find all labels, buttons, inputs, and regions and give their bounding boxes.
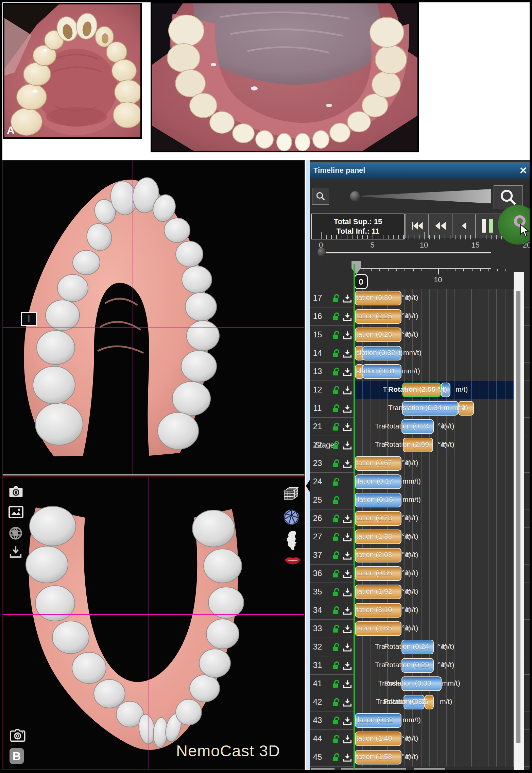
step-back-button[interactable] [452,214,476,238]
download-stage-button[interactable] [343,735,352,745]
skip-start-button[interactable] [405,214,429,238]
download-stage-button[interactable] [343,404,352,415]
download-stage-button[interactable] [343,661,352,672]
unlock-button[interactable] [332,606,342,617]
download-icon[interactable] [9,545,22,558]
download-stage-button[interactable] [343,753,352,763]
unlock-button[interactable] [332,642,342,653]
unlock-button[interactable] [332,624,342,635]
stage-row-34[interactable]: 34 tation (3.10°/t)m/t) [306,601,532,620]
stage-row-25[interactable]: 25 lation (0.16mm/t) [306,491,532,509]
unlock-button[interactable] [332,569,342,580]
unlock-button[interactable] [332,459,342,470]
close-icon[interactable]: ✕ [519,165,527,176]
download-stage-button[interactable] [343,368,352,378]
current-stage-chip[interactable]: 0 [354,274,368,289]
position-slider-track[interactable] [324,252,491,253]
download-stage-button[interactable] [343,515,352,525]
stage-row-24[interactable]: 24 lation (0.17mm/t) [306,473,532,491]
unlock-button[interactable] [332,495,342,506]
unlock-button[interactable] [332,514,342,525]
voxel-grid-icon[interactable] [281,486,301,503]
unlock-button[interactable] [332,367,342,378]
download-stage-button[interactable] [343,551,352,561]
unlock-button[interactable] [332,477,342,488]
stage-row-31[interactable]: 31 TraRotation (0.29°/t)m/t) [306,656,532,675]
rewind-button[interactable] [429,214,452,238]
download-stage-button[interactable] [343,606,352,617]
unlock-button[interactable] [332,293,342,304]
timeline-titlebar[interactable]: Timeline panel ✕ [310,163,532,179]
zoom-out-button[interactable] [312,188,329,205]
unlock-button[interactable] [332,330,342,341]
position-slider-knob[interactable] [318,248,326,258]
face-profile-icon[interactable] [285,530,301,551]
download-stage-button[interactable] [343,313,352,323]
download-stage-button[interactable] [343,441,352,451]
globe-icon[interactable] [9,526,22,540]
stage-row-32[interactable]: 32 TraRotation (0.24°/t)m/t) [306,638,532,656]
unlock-button[interactable] [332,587,342,598]
stage-row-35[interactable]: 35 tation (1.92°/t)m/t) [306,583,532,601]
unlock-button[interactable] [332,753,342,763]
unlock-button[interactable] [332,349,342,359]
unlock-button[interactable] [332,734,342,745]
stage-row-14[interactable]: 14 slation (0.32t)mm/t) [306,344,532,363]
stage-row-13[interactable]: 13 slation (0.31mm/t) [306,363,532,381]
speed-knob[interactable] [350,191,360,201]
download-stage-button[interactable] [343,423,352,433]
unlock-button[interactable] [332,312,342,323]
unlock-button[interactable] [332,385,342,396]
viewport-3d-lower[interactable]: B NemoCast 3D [2,475,305,770]
unlock-button[interactable] [332,440,342,451]
stage-row-33[interactable]: 33 tation (1.65°/t)m/t) [306,620,532,638]
download-stage-button[interactable] [343,533,352,543]
lips-icon[interactable] [284,555,302,566]
stage-row-37[interactable]: 37 tation (2.03°/t)m/t) [306,546,532,565]
stage-row-41[interactable]: 41 TransRotaslation (0.33mm/t) [306,675,532,693]
stage-row-16[interactable]: 16 tation (2.25°/t)m/t) [306,307,532,326]
download-stage-button[interactable] [343,717,352,727]
download-stage-button[interactable] [343,349,352,359]
pause-button[interactable] [476,214,499,238]
stage-row-36[interactable]: 36 tation (0.36°/t)m/t) [306,565,532,583]
viewport-3d-upper[interactable]: | [2,160,305,475]
stage-row-22[interactable]: 22 TraRotation (2.99°/t)m/t) [306,436,532,454]
download-stage-button[interactable] [343,459,352,470]
stage-row-44[interactable]: 44 tation (1.40°/t)m/t) [306,730,532,748]
tool-marker-box[interactable]: | [21,312,37,326]
scrollbar-thumb[interactable] [516,291,520,743]
unlock-button[interactable] [332,698,342,708]
stage-row-15[interactable]: 15 tation (0.26°/t)m/t) [306,326,532,344]
stage-row-42[interactable]: 42 TranRotation (0.26slation (0.32m/t) [306,693,532,711]
download-stage-button[interactable] [343,570,352,580]
stage-row-26[interactable]: 26 tation (0.73°/t)m/t) [306,509,532,528]
unlock-button[interactable] [332,551,342,561]
unlock-button[interactable] [332,661,342,672]
stage-row-17[interactable]: 17 tation (0.80°/t)m/t) [306,289,532,307]
download-stage-button[interactable] [343,680,352,690]
download-stage-button[interactable] [343,643,352,653]
unlock-button[interactable] [332,716,342,727]
download-stage-button[interactable] [343,331,352,341]
panel-edge-strip[interactable] [306,160,310,771]
camera-outline-icon[interactable] [10,728,26,743]
unlock-button[interactable] [332,532,342,543]
stage-row-21[interactable]: 21 TraRotation (0.24°/t)m/t) [306,418,532,436]
download-stage-button[interactable] [343,625,352,635]
download-stage-button[interactable] [343,386,352,396]
stage-row-23[interactable]: 23 tation (0.67°/t)m/t) [306,454,532,473]
download-stage-button[interactable] [343,294,352,304]
stage-marker-icon[interactable] [351,261,361,274]
image-icon[interactable] [8,506,23,518]
collapse-panel-icon[interactable] [306,480,310,492]
mesh-sphere-icon[interactable] [283,509,300,526]
camera-icon[interactable] [8,486,23,499]
unlock-button[interactable] [332,404,342,415]
stage-row-12[interactable]: 12 TRotation (2.55 °/t)m/t) [306,381,532,399]
stage-row-27[interactable]: 27 tation (1.38°/t)m/t) [306,528,532,546]
download-stage-button[interactable] [343,588,352,598]
unlock-button[interactable] [332,679,342,690]
download-stage-button[interactable] [343,698,352,708]
vertical-scrollbar[interactable] [514,272,524,771]
